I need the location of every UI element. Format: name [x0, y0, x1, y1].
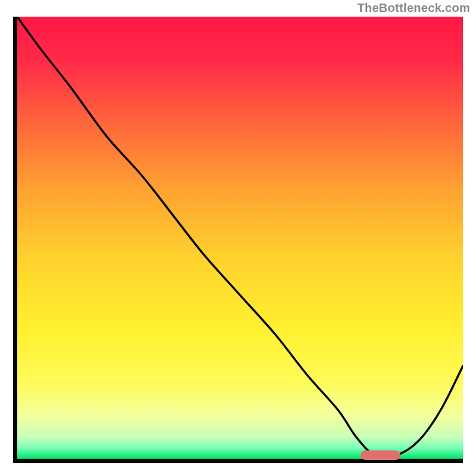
bottleneck-curve	[17, 17, 463, 459]
plot-area	[17, 17, 463, 459]
sweet-spot-marker	[361, 450, 400, 460]
attribution-label: TheBottleneck.com	[357, 1, 470, 15]
chart-container: TheBottleneck.com	[0, 0, 476, 476]
